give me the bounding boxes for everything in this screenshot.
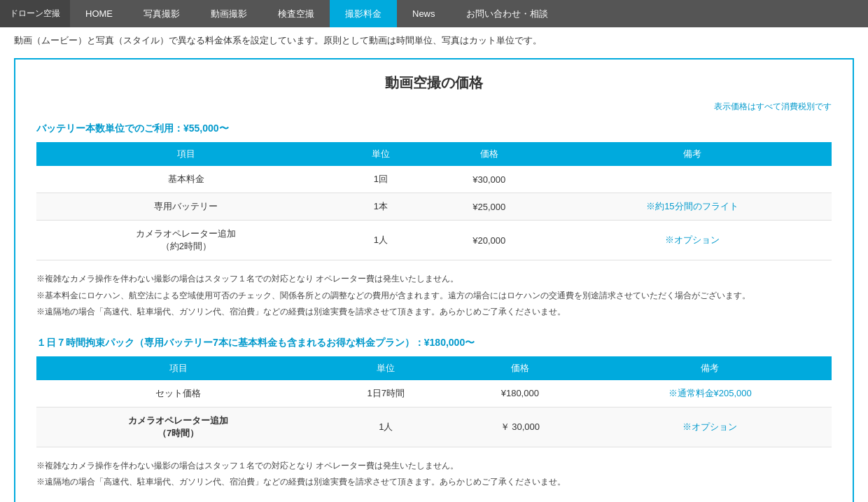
navigation: ドローン空撮 HOME 写真撮影 動画撮影 検査空撮 撮影料金 News お問い… xyxy=(0,0,868,27)
cell-item: セット価格 xyxy=(36,380,320,407)
col-header-item2: 項目 xyxy=(36,356,320,380)
intro-text: 動画（ムービー）と写真（スタイル）で異なる料金体系を設定しています。原則として動… xyxy=(0,27,868,53)
col-header-unit: 単位 xyxy=(336,142,426,166)
cell-item: 基本料金 xyxy=(36,166,336,193)
table-row: 専用バッテリー 1本 ¥25,000 ※約15分間のフライト xyxy=(36,193,832,221)
table-row: 基本料金 1回 ¥30,000 xyxy=(36,166,832,193)
col-header-unit2: 単位 xyxy=(320,356,451,380)
main-content-box: 動画空撮の価格 表示価格はすべて消費税別です バッテリー本数単位でのご利用：¥5… xyxy=(14,58,854,502)
section2-notes: ※複雑なカメラ操作を伴わない撮影の場合はスタッフ１名での対応となり オペレーター… xyxy=(36,459,832,490)
table-row: セット価格 1日7時間 ¥180,000 ※通常料金¥205,000 xyxy=(36,380,832,407)
note-line: ※遠隔地の場合「高速代、駐車場代、ガソリン代、宿泊費」などの経費は別途実費を請求… xyxy=(36,475,832,490)
col-header-note: 備考 xyxy=(553,142,832,166)
section1-title: バッテリー本数単位でのご利用：¥55,000〜 xyxy=(36,123,832,135)
section1-notes: ※複雑なカメラ操作を伴わない撮影の場合はスタッフ１名での対応となり オペレーター… xyxy=(36,272,832,320)
nav-pricing[interactable]: 撮影料金 xyxy=(330,0,397,27)
cell-unit: 1日7時間 xyxy=(320,380,451,407)
site-logo[interactable]: ドローン空撮 xyxy=(0,0,70,27)
nav-contact[interactable]: お問い合わせ・相談 xyxy=(451,0,564,27)
cell-price: ¥180,000 xyxy=(451,380,588,407)
cell-unit: 1本 xyxy=(336,193,426,221)
cell-price: ¥20,000 xyxy=(426,221,553,260)
col-header-price: 価格 xyxy=(426,142,553,166)
col-header-note2: 備考 xyxy=(588,356,832,380)
table-row: カメラオペレーター追加（約2時間） 1人 ¥20,000 ※オプション xyxy=(36,221,832,260)
col-header-item: 項目 xyxy=(36,142,336,166)
note-line: ※基本料金にロケハン、航空法による空域使用可否のチェック、関係各所との調整などの… xyxy=(36,288,832,304)
cell-item: 専用バッテリー xyxy=(36,193,336,221)
cell-price: ￥ 30,000 xyxy=(451,407,588,447)
cell-note: ※通常料金¥205,000 xyxy=(588,380,832,407)
cell-price: ¥25,000 xyxy=(426,193,553,221)
note-line: ※複雑なカメラ操作を伴わない撮影の場合はスタッフ１名での対応となり オペレーター… xyxy=(36,272,832,287)
cell-item: カメラオペレーター追加（約2時間） xyxy=(36,221,336,260)
note-line: ※遠隔地の場合「高速代、駐車場代、ガソリン代、宿泊費」などの経費は別途実費を請求… xyxy=(36,305,832,320)
nav-photo[interactable]: 写真撮影 xyxy=(128,0,195,27)
cell-note xyxy=(553,166,832,193)
cell-unit: 1人 xyxy=(336,221,426,260)
section2-title: １日７時間拘束パック（専用バッテリー7本に基本料金も含まれるお得な料金プラン）：… xyxy=(36,337,832,349)
section1-table: 項目 単位 価格 備考 基本料金 1回 ¥30,000 専用バッテリー 1本 ¥… xyxy=(36,142,832,260)
nav-news[interactable]: News xyxy=(397,0,451,27)
main-title: 動画空撮の価格 xyxy=(36,74,832,92)
table-row: カメラオペレーター追加（7時間） 1人 ￥ 30,000 ※オプション xyxy=(36,407,832,447)
cell-price: ¥30,000 xyxy=(426,166,553,193)
cell-unit: 1人 xyxy=(320,407,451,447)
section2-table: 項目 単位 価格 備考 セット価格 1日7時間 ¥180,000 ※通常料金¥2… xyxy=(36,356,832,447)
col-header-price2: 価格 xyxy=(451,356,588,380)
nav-inspection[interactable]: 検査空撮 xyxy=(262,0,330,27)
tax-note: 表示価格はすべて消費税別です xyxy=(36,101,832,113)
cell-note: ※オプション xyxy=(553,221,832,260)
note-line: ※複雑なカメラ操作を伴わない撮影の場合はスタッフ１名での対応となり オペレーター… xyxy=(36,459,832,474)
cell-note: ※約15分間のフライト xyxy=(553,193,832,221)
cell-unit: 1回 xyxy=(336,166,426,193)
cell-note: ※オプション xyxy=(588,407,832,447)
cell-item: カメラオペレーター追加（7時間） xyxy=(36,407,320,447)
nav-home[interactable]: HOME xyxy=(70,0,128,27)
nav-video[interactable]: 動画撮影 xyxy=(195,0,262,27)
